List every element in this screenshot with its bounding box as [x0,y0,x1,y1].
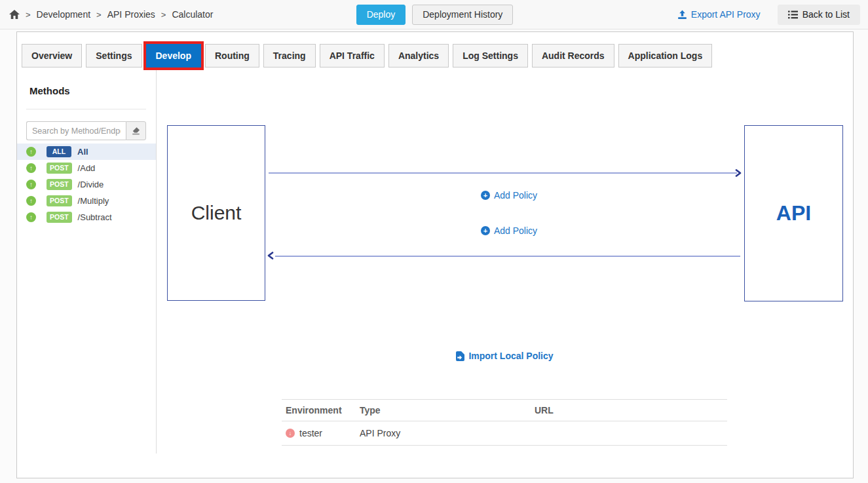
api-node[interactable]: API [744,125,843,301]
tabs: OverviewSettingsDevelopRoutingTracingAPI… [22,44,716,68]
method-item-multiply[interactable]: ↑POST/Multiply [17,193,156,209]
environment-table-header-row: EnvironmentTypeURL [282,400,727,421]
eraser-icon [131,126,141,136]
method-list: ↑ALLAll↑POST/Add↑POST/Divide↑POST/Multip… [17,144,156,225]
method-label: /Divide [78,180,104,189]
add-policy-response-link[interactable]: + Add Policy [443,225,575,236]
method-label: /Multiply [78,196,109,206]
arrow-up-circle-icon[interactable]: ↑ [26,212,36,222]
sidebar-divider [26,109,146,109]
tab-routing[interactable]: Routing [205,44,259,68]
breadcrumb-item-calculator: Calculator [172,9,213,20]
response-flow-line [275,256,740,257]
breadcrumb-separator: > [161,10,166,20]
method-badge: POST [47,212,72,223]
clear-search-button[interactable] [126,121,146,140]
breadcrumb-separator: > [26,10,31,20]
method-label: /Subtract [78,212,112,222]
breadcrumb-separator: > [96,10,102,20]
deployment-history-button[interactable]: Deployment History [412,5,513,25]
request-flow-line [269,172,737,174]
column-header-type: Type [356,400,531,421]
methods-title: Methods [29,85,70,96]
back-to-list-label: Back to List [802,9,850,20]
column-header-url: URL [531,400,727,421]
environment-table-body: ↓testerAPI Proxy [282,421,727,446]
import-local-policy-link[interactable]: Import Local Policy [439,351,570,361]
column-header-environment: Environment [282,400,356,421]
arrow-up-circle-icon[interactable]: ↑ [26,147,36,157]
tab-overview[interactable]: Overview [22,44,82,68]
top-bar: > Development > API Proxies > Calculator… [0,0,868,29]
develop-canvas: Client API + Add Policy + Add Policy [157,68,853,478]
method-search-group [26,121,146,140]
methods-sidebar: Methods ↑ALLAll↑POST/Add↑POST/Divide↑POS… [17,68,157,454]
method-item-divide[interactable]: ↑POST/Divide [17,176,156,193]
export-api-proxy-link[interactable]: Export API Proxy [677,9,761,20]
breadcrumb: > Development > API Proxies > Calculator [0,9,356,20]
content-area: Methods ↑ALLAll↑POST/Add↑POST/Divide↑POS… [17,68,853,478]
tab-tracing[interactable]: Tracing [263,44,316,68]
proxy-type: API Proxy [356,421,531,446]
method-label: /Add [78,163,96,173]
method-item-add[interactable]: ↑POST/Add [17,160,156,176]
breadcrumb-item-api-proxies[interactable]: API Proxies [107,9,155,20]
import-file-icon [455,351,464,361]
tab-application-logs[interactable]: Application Logs [618,44,713,68]
main-card: OverviewSettingsDevelopRoutingTracingAPI… [16,31,854,478]
arrow-up-circle-icon[interactable]: ↑ [26,180,36,189]
tab-analytics[interactable]: Analytics [388,44,449,68]
tab-log-settings[interactable]: Log Settings [453,44,528,68]
add-policy-request-link[interactable]: + Add Policy [443,190,575,201]
add-policy-response-label: Add Policy [494,225,537,236]
method-badge: ALL [47,146,71,157]
tab-settings[interactable]: Settings [86,44,142,68]
method-badge: POST [47,179,72,190]
tab-develop[interactable]: Develop [146,44,201,68]
table-row: ↓testerAPI Proxy [282,421,727,446]
method-item-all[interactable]: ↑ALLAll [17,144,156,160]
add-policy-request-label: Add Policy [494,190,537,201]
method-search-input[interactable] [26,121,126,140]
back-to-list-button[interactable]: Back to List [778,5,860,25]
arrow-up-circle-icon[interactable]: ↑ [26,163,36,173]
topbar-right-actions: Export API Proxy Back to List [513,5,868,25]
arrow-down-circle-icon: ↓ [286,429,295,438]
tab-api-traffic[interactable]: API Traffic [320,44,385,68]
environment-name: tester [299,428,322,438]
method-label: All [77,147,88,157]
breadcrumb-item-development[interactable]: Development [37,9,91,20]
response-arrowhead-icon [267,251,274,260]
method-item-subtract[interactable]: ↑POST/Subtract [17,209,156,225]
home-icon[interactable] [9,10,20,19]
plus-circle-icon: + [481,226,490,235]
export-api-proxy-label: Export API Proxy [691,9,761,20]
deploy-button[interactable]: Deploy [356,5,406,25]
export-upload-icon [677,10,687,20]
proxy-url [531,421,727,446]
method-badge: POST [47,195,72,206]
method-badge: POST [47,163,72,174]
tab-audit-records[interactable]: Audit Records [532,44,614,68]
plus-circle-icon: + [481,191,490,200]
request-arrowhead-icon [734,168,742,178]
topbar-center-actions: Deploy Deployment History [356,5,514,25]
environment-table: EnvironmentTypeURL ↓testerAPI Proxy [282,399,727,446]
client-node[interactable]: Client [167,125,265,301]
import-local-policy-label: Import Local Policy [468,351,553,361]
arrow-up-circle-icon[interactable]: ↑ [26,196,36,206]
client-label: Client [191,202,242,224]
list-icon [788,10,798,19]
api-label: API [776,201,811,225]
